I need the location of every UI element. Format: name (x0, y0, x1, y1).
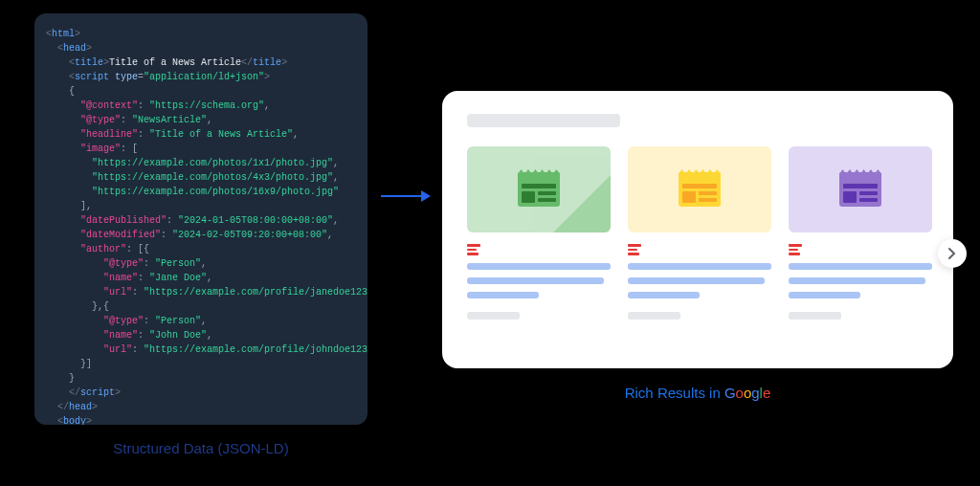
card-thumbnail (467, 146, 611, 232)
result-cards (467, 146, 928, 320)
code-panel: <html> <head> <title>Title of a News Art… (34, 13, 368, 425)
result-card (467, 146, 611, 320)
card-thumbnail (789, 146, 932, 232)
svg-marker-1 (421, 190, 431, 202)
chevron-right-icon (947, 247, 957, 260)
text-placeholder (628, 292, 700, 298)
favicon-icon (628, 244, 641, 255)
news-icon (679, 172, 721, 207)
meta-placeholder (789, 312, 841, 320)
text-placeholder (467, 263, 611, 270)
next-button[interactable] (938, 239, 967, 268)
text-placeholder (789, 263, 932, 270)
text-placeholder (628, 263, 771, 270)
meta-placeholder (628, 312, 680, 320)
text-placeholder (467, 292, 539, 298)
arrow-icon (381, 187, 431, 210)
google-logo: Google (724, 385, 770, 401)
right-caption: Rich Results in Google (442, 385, 953, 401)
result-card (628, 146, 771, 320)
news-icon (518, 172, 560, 207)
favicon-icon (789, 244, 802, 255)
left-caption: Structured Data (JSON-LD) (34, 440, 368, 456)
meta-placeholder (467, 312, 520, 320)
text-placeholder (467, 277, 604, 284)
title-placeholder (467, 114, 620, 127)
card-thumbnail (628, 146, 771, 232)
favicon-icon (467, 244, 480, 255)
result-card (789, 146, 932, 320)
text-placeholder (789, 292, 860, 298)
rich-results-panel (442, 91, 953, 368)
text-placeholder (628, 277, 765, 284)
text-placeholder (789, 277, 925, 284)
news-icon (839, 172, 881, 207)
